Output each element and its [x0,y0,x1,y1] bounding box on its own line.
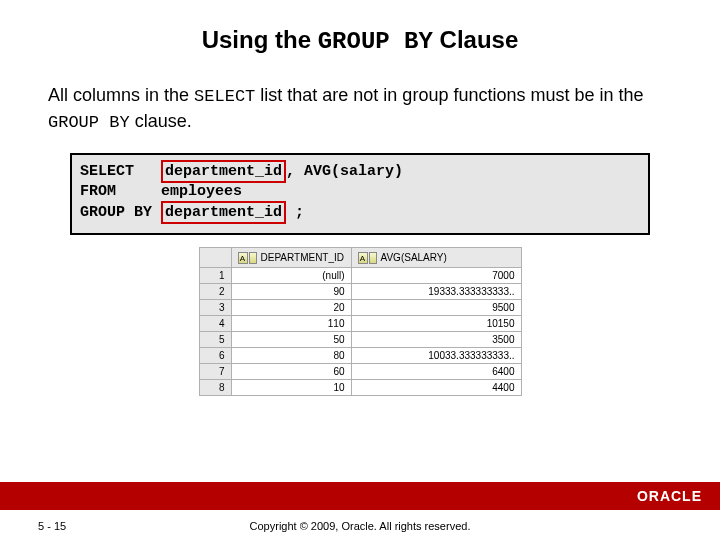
code-line-2: FROM employees [80,183,242,200]
table-row: 7606400 [199,364,521,380]
cell-department-id: 60 [231,364,351,380]
title-pre: Using the [202,26,318,53]
cell-avg-salary: 3500 [351,332,521,348]
cell-avg-salary: 9500 [351,300,521,316]
code-highlight-2: department_id [161,201,286,225]
desc-mono-1: SELECT [194,87,255,106]
header-department-id: A DEPARTMENT_ID [231,248,351,268]
cell-department-id: 20 [231,300,351,316]
result-table: A DEPARTMENT_ID A AVG(SALARY) 1(null)700… [199,247,522,396]
row-number: 6 [199,348,231,364]
header-col-1-label: DEPARTMENT_ID [261,252,345,263]
cell-avg-salary: 10150 [351,316,521,332]
table-row: 8104400 [199,380,521,396]
result-container: A DEPARTMENT_ID A AVG(SALARY) 1(null)700… [40,247,680,396]
description: All columns in the SELECT list that are … [48,83,672,135]
row-number: 8 [199,380,231,396]
code-groupby-kw: GROUP BY [80,204,161,221]
table-row: 1(null)7000 [199,268,521,284]
table-row: 68010033.333333333.. [199,348,521,364]
cell-department-id: 10 [231,380,351,396]
code-highlight-1: department_id [161,160,286,184]
desc-text-1: All columns in the [48,85,194,105]
row-number: 2 [199,284,231,300]
desc-text-2: list that are not in group functions mus… [255,85,643,105]
oracle-logo: ORACLE [637,488,702,504]
table-row: 5503500 [199,332,521,348]
page-title: Using the GROUP BY Clause [40,26,680,55]
cell-department-id: 50 [231,332,351,348]
cell-avg-salary: 6400 [351,364,521,380]
desc-mono-2: GROUP BY [48,113,130,132]
table-row: 411010150 [199,316,521,332]
row-number: 1 [199,268,231,284]
cell-avg-salary: 7000 [351,268,521,284]
row-number: 3 [199,300,231,316]
desc-text-3: clause. [130,111,192,131]
row-number: 5 [199,332,231,348]
footer-bar: ORACLE [0,482,720,510]
column-icon: A [358,252,377,264]
code-after-hl2: ; [286,204,304,221]
row-number: 7 [199,364,231,380]
cell-department-id: 90 [231,284,351,300]
header-col-2-label: AVG(SALARY) [381,252,447,263]
result-tbody: 1(null)700029019333.333333333..320950041… [199,268,521,396]
slide: Using the GROUP BY Clause All columns in… [0,0,720,540]
cell-department-id: 110 [231,316,351,332]
row-number: 4 [199,316,231,332]
code-select-kw: SELECT [80,163,161,180]
table-row: 29019333.333333333.. [199,284,521,300]
cell-avg-salary: 4400 [351,380,521,396]
code-after-hl1: , AVG(salary) [286,163,403,180]
cell-avg-salary: 10033.333333333.. [351,348,521,364]
copyright: Copyright © 2009, Oracle. All rights res… [0,520,720,532]
table-row: 3209500 [199,300,521,316]
header-rownum [199,248,231,268]
header-avg-salary: A AVG(SALARY) [351,248,521,268]
cell-avg-salary: 19333.333333333.. [351,284,521,300]
cell-department-id: 80 [231,348,351,364]
title-post: Clause [433,26,518,53]
column-icon: A [238,252,257,264]
cell-department-id: (null) [231,268,351,284]
sql-code-block: SELECT department_id, AVG(salary) FROM e… [70,153,650,236]
title-mono: GROUP BY [318,28,433,55]
